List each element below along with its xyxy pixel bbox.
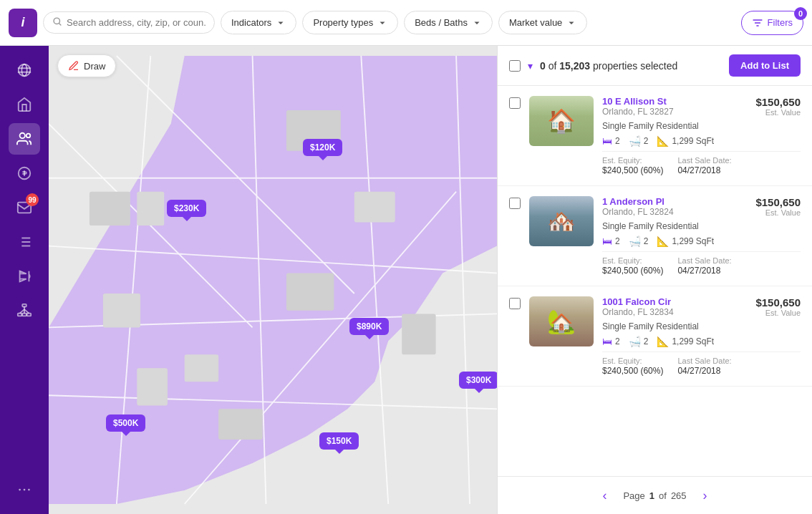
svg-rect-49 xyxy=(402,314,435,354)
market-value-dropdown[interactable]: Market value xyxy=(498,11,587,34)
svg-rect-44 xyxy=(137,192,164,226)
property-image-1 xyxy=(529,96,594,146)
sale-stat-2: Last Sale Date: 04/27/2018 xyxy=(677,256,731,276)
price-marker-300k[interactable]: $300K xyxy=(459,372,497,389)
svg-point-10 xyxy=(26,134,31,138)
indicators-dropdown[interactable]: Indicators xyxy=(221,11,296,34)
sidebar-item-people[interactable] xyxy=(9,123,40,155)
svg-rect-50 xyxy=(103,294,140,327)
property-header-3: 1001 Falcon Cir Orlando, FL 32834 $150,6… xyxy=(602,296,801,320)
svg-rect-43 xyxy=(90,192,130,226)
sidebar-item-megaphone[interactable] xyxy=(9,261,40,292)
property-value-3: $150,650 Est. Value xyxy=(755,296,801,317)
filters-button[interactable]: Filters 0 xyxy=(741,11,803,35)
svg-rect-20 xyxy=(22,304,26,307)
price-marker-890k[interactable]: $890K xyxy=(349,318,389,335)
bed-icon-3: 🛏 xyxy=(602,336,612,347)
property-specs-2: 🛏 2 🛁 2 📐 1,299 SqFt xyxy=(602,236,801,247)
sidebar: 99 xyxy=(0,46,49,514)
svg-point-28 xyxy=(19,489,21,491)
property-city-1: Orlando, FL 32827 xyxy=(602,107,674,117)
property-address-2[interactable]: 1 Anderson Pl xyxy=(602,196,674,207)
svg-line-1 xyxy=(59,23,60,24)
sidebar-item-more[interactable] xyxy=(9,474,40,505)
sqft-spec-3: 📐 1,299 SqFt xyxy=(657,336,714,347)
baths-spec-1: 🛁 2 xyxy=(629,135,649,147)
price-marker-230k[interactable]: $230K xyxy=(167,200,206,217)
svg-point-9 xyxy=(20,133,25,138)
page-info: Page 1 of 265 xyxy=(623,490,686,501)
svg-rect-46 xyxy=(185,354,218,382)
bath-icon-3: 🛁 xyxy=(629,336,641,347)
beds-spec-1: 🛏 2 xyxy=(602,135,620,147)
property-count: 0 of 15,203 properties selected xyxy=(540,60,722,72)
sqft-spec-2: 📐 1,299 SqFt xyxy=(657,236,714,247)
next-page-button[interactable]: › xyxy=(695,485,715,505)
draw-button[interactable]: Draw xyxy=(57,54,116,77)
search-icon xyxy=(52,16,62,29)
svg-rect-47 xyxy=(286,273,334,311)
property-checkbox-1[interactable] xyxy=(509,97,521,109)
header: i Indicators Property types Beds / Baths… xyxy=(0,0,812,46)
svg-point-5 xyxy=(19,64,31,77)
equity-stat-1: Est. Equity: $240,500 (60%) xyxy=(602,156,663,175)
svg-rect-22 xyxy=(22,314,26,316)
property-stats-2: Est. Equity: $240,500 (60%) Last Sale Da… xyxy=(602,251,801,276)
svg-rect-52 xyxy=(137,368,168,405)
logo: i xyxy=(9,9,37,37)
property-specs-3: 🛏 2 🛁 2 📐 1,299 SqFt xyxy=(602,336,801,347)
bath-icon-2: 🛁 xyxy=(629,236,641,247)
equity-stat-3: Est. Equity: $240,500 (60%) xyxy=(602,357,663,376)
svg-rect-23 xyxy=(27,314,31,316)
sale-stat-1: Last Sale Date: 04/27/2018 xyxy=(677,156,731,175)
property-image-3 xyxy=(529,296,594,346)
property-header-2: 1 Anderson Pl Orlando, FL 32824 $150,650… xyxy=(602,196,801,220)
property-stats-1: Est. Equity: $240,500 (60%) Last Sale Da… xyxy=(602,151,801,175)
equity-stat-2: Est. Equity: $240,500 (60%) xyxy=(602,256,663,276)
price-marker-150k[interactable]: $150K xyxy=(319,432,359,450)
property-types-dropdown[interactable]: Property types xyxy=(302,11,398,34)
area-icon-2: 📐 xyxy=(657,236,669,247)
property-address-3[interactable]: 1001 Falcon Cir xyxy=(602,296,674,307)
beds-spec-3: 🛏 2 xyxy=(602,336,620,347)
select-all-checkbox[interactable] xyxy=(509,60,521,72)
map-svg xyxy=(49,46,497,514)
sidebar-item-home[interactable] xyxy=(9,89,40,120)
property-details-2: 1 Anderson Pl Orlando, FL 32824 $150,650… xyxy=(602,196,801,276)
price-marker-500k[interactable]: $500K xyxy=(106,414,145,432)
add-to-list-button[interactable]: Add to List xyxy=(729,54,801,77)
panel-header: ▾ 0 of 15,203 properties selected Add to… xyxy=(498,46,812,86)
price-marker-120k[interactable]: $120K xyxy=(303,139,342,156)
beds-baths-dropdown[interactable]: Beds / Baths xyxy=(404,11,493,34)
sidebar-item-globe-search[interactable] xyxy=(9,54,40,86)
property-checkbox-2[interactable] xyxy=(509,198,521,209)
property-stats-3: Est. Equity: $240,500 (60%) Last Sale Da… xyxy=(602,351,801,376)
chevron-down-icon[interactable]: ▾ xyxy=(528,60,533,72)
property-details-3: 1001 Falcon Cir Orlando, FL 32834 $150,6… xyxy=(602,296,801,376)
search-bar[interactable] xyxy=(43,11,215,34)
bath-icon-1: 🛁 xyxy=(629,135,641,147)
sidebar-item-dollar[interactable] xyxy=(9,157,40,189)
search-input[interactable] xyxy=(67,17,206,28)
svg-point-30 xyxy=(28,489,30,491)
property-type-2: Single Family Residential xyxy=(602,221,801,231)
draw-icon xyxy=(68,60,79,72)
prev-page-button[interactable]: ‹ xyxy=(594,485,614,505)
property-value-1: $150,650 Est. Value xyxy=(755,96,801,117)
property-city-2: Orlando, FL 32824 xyxy=(602,207,674,217)
sale-stat-3: Last Sale Date: 04/27/2018 xyxy=(677,357,731,376)
property-item: 1 Anderson Pl Orlando, FL 32824 $150,650… xyxy=(498,186,812,286)
main-content: 99 xyxy=(0,46,812,514)
logo-text: i xyxy=(21,15,24,30)
baths-spec-3: 🛁 2 xyxy=(629,336,649,347)
svg-rect-51 xyxy=(218,409,263,440)
sqft-spec-1: 📐 1,299 SqFt xyxy=(657,135,714,147)
bed-icon-2: 🛏 xyxy=(602,236,612,247)
sidebar-item-inbox[interactable]: 99 xyxy=(9,192,40,223)
sidebar-item-org-chart[interactable] xyxy=(9,295,40,326)
property-address-1[interactable]: 10 E Allison St xyxy=(602,96,674,107)
beds-spec-2: 🛏 2 xyxy=(602,236,620,247)
sidebar-item-list[interactable] xyxy=(9,226,40,258)
area-icon-1: 📐 xyxy=(657,135,669,147)
property-checkbox-3[interactable] xyxy=(509,298,521,309)
